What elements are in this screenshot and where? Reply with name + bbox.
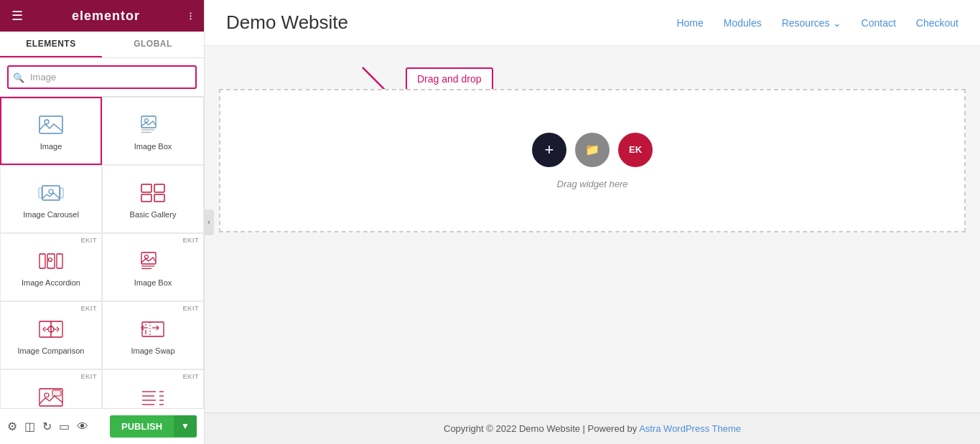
drop-hint: Drag widget here	[557, 179, 628, 189]
folder-icon: 📁	[585, 143, 599, 156]
basic-gallery-icon	[139, 181, 167, 205]
widget-item-image-swap[interactable]: EKIT Image Swap	[102, 301, 204, 369]
widget-item-image-hover[interactable]: EKIT Image Hover Effect	[0, 369, 102, 408]
tab-elements[interactable]: ELEMENTS	[0, 32, 102, 57]
brand-logo: elementor	[72, 9, 140, 24]
svg-rect-6	[42, 186, 60, 200]
chevron-down-icon: ⌄	[833, 17, 841, 29]
widget-label-image-box: Image Box	[134, 141, 172, 151]
widget-label-image: Image	[40, 141, 62, 151]
publish-dropdown-arrow[interactable]: ▼	[174, 415, 197, 437]
svg-rect-16	[57, 254, 62, 268]
svg-point-17	[49, 258, 52, 262]
sidebar-tabs: ELEMENTS GLOBAL	[0, 32, 204, 58]
image-icon	[37, 113, 65, 137]
widget-item-image-carousel[interactable]: Image Carousel	[0, 165, 102, 233]
sidebar-toolbar: ⚙ ◫ ↻ ▭ 👁 PUBLISH ▼	[0, 408, 204, 444]
layers-icon[interactable]: ◫	[24, 420, 35, 433]
canvas-area: Drag and drop + 📁	[205, 46, 980, 412]
image-carousel-icon	[37, 181, 65, 205]
nav-modules[interactable]: Modules	[724, 17, 762, 29]
image-accordion-icon	[37, 249, 65, 273]
svg-rect-14	[39, 254, 45, 268]
ekit-badge-2: EKIT	[182, 237, 199, 244]
search-input[interactable]	[7, 65, 197, 89]
sidebar-header: ☰ elementor ⁝	[0, 0, 204, 32]
drop-zone[interactable]: + 📁 EK Drag widget here	[219, 89, 966, 232]
svg-point-9	[49, 189, 53, 194]
svg-rect-13	[154, 194, 164, 202]
nav-resources[interactable]: Resources ⌄	[782, 17, 841, 29]
tab-global[interactable]: GLOBAL	[102, 32, 204, 57]
site-footer: Copyright © 2022 Demo Website | Powered …	[205, 412, 980, 444]
ekit-badge-6: EKIT	[182, 373, 199, 380]
svg-point-34	[45, 393, 49, 397]
hamburger-icon[interactable]: ☰	[11, 8, 23, 24]
sidebar-search-container: 🔍	[0, 58, 204, 97]
svg-rect-11	[154, 184, 164, 192]
svg-rect-0	[39, 116, 62, 133]
svg-rect-10	[141, 184, 151, 192]
footer-text: Copyright © 2022 Demo Website | Powered …	[444, 423, 639, 434]
ekit-badge-3: EKIT	[80, 305, 97, 312]
drag-drop-tooltip: Drag and drop	[406, 67, 493, 90]
nav-checkout[interactable]: Checkout	[916, 17, 958, 29]
ekit-badge-4: EKIT	[182, 305, 199, 312]
widget-label-image-swap: Image Swap	[131, 346, 174, 356]
responsive-icon[interactable]: ▭	[59, 420, 70, 433]
eye-icon[interactable]: 👁	[77, 420, 88, 433]
widget-label-image-accordion: Image Accordion	[22, 278, 80, 288]
collapse-handle[interactable]: ‹	[204, 209, 214, 235]
svg-point-3	[145, 119, 149, 123]
image-swap-icon	[139, 317, 167, 341]
widget-item-basic-gallery[interactable]: Basic Gallery	[102, 165, 204, 233]
nav-home[interactable]: Home	[676, 17, 703, 29]
folder-button[interactable]: 📁	[575, 133, 610, 167]
nav-contact[interactable]: Contact	[862, 17, 896, 29]
top-nav: Demo Website Home Modules Resources ⌄ Co…	[205, 0, 980, 46]
site-title: Demo Website	[226, 11, 348, 34]
svg-rect-8	[60, 188, 63, 198]
widget-item-image-box-ekit[interactable]: EKIT Image Box	[102, 233, 204, 301]
add-section-button[interactable]: +	[532, 133, 566, 167]
svg-rect-35	[52, 390, 61, 396]
image-box-icon	[139, 113, 167, 137]
svg-point-1	[45, 120, 49, 124]
svg-point-19	[145, 255, 149, 259]
nav-links: Home Modules Resources ⌄ Contact Checkou…	[676, 17, 958, 29]
ekit-badge-5: EKIT	[80, 373, 97, 380]
widget-item-price-menu[interactable]: EKIT Price Menu	[102, 369, 204, 408]
svg-rect-7	[39, 188, 42, 198]
publish-label: PUBLISH	[110, 415, 174, 438]
image-box-ekit-icon	[139, 249, 167, 273]
footer-link[interactable]: Astra WordPress Theme	[639, 423, 741, 434]
image-hover-icon	[37, 385, 65, 408]
history-icon[interactable]: ↻	[42, 420, 52, 433]
grid-icon[interactable]: ⁝	[189, 9, 192, 23]
search-icon: 🔍	[13, 72, 24, 82]
ek-button[interactable]: EK	[618, 133, 653, 167]
widget-item-image[interactable]: Image	[0, 97, 102, 165]
gear-icon[interactable]: ⚙	[7, 420, 17, 433]
action-buttons: + 📁 EK	[532, 133, 653, 167]
widget-item-image-comparison[interactable]: EKIT Image Comparison	[0, 301, 102, 369]
sidebar: ☰ elementor ⁝ ELEMENTS GLOBAL 🔍	[0, 0, 205, 444]
widget-grid: Image Image Box	[0, 97, 204, 408]
widget-item-image-box[interactable]: Image Box	[102, 97, 204, 165]
widget-label-basic-gallery: Basic Gallery	[130, 209, 177, 219]
ekit-badge: EKIT	[80, 237, 97, 244]
widget-label-image-comparison: Image Comparison	[18, 346, 85, 356]
drop-zone-content: + 📁 EK Drag widget here	[532, 133, 653, 189]
widget-label-image-carousel: Image Carousel	[23, 209, 79, 219]
svg-rect-12	[141, 194, 151, 202]
price-menu-icon	[139, 385, 167, 408]
widget-item-image-accordion[interactable]: EKIT Image Accordion	[0, 233, 102, 301]
widget-label-image-box-ekit: Image Box	[134, 278, 172, 288]
main-content: Demo Website Home Modules Resources ⌄ Co…	[205, 0, 980, 444]
publish-button[interactable]: PUBLISH ▼	[110, 415, 197, 438]
image-comparison-icon	[37, 317, 65, 341]
